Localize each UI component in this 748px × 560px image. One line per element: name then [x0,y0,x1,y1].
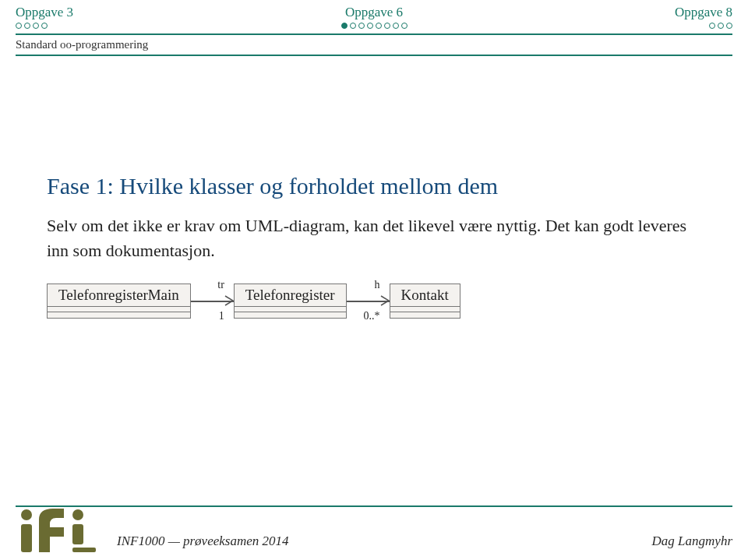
nav-oppgave-6: Oppgave 6 [341,5,408,29]
uml-attr-section [390,307,460,312]
nav-oppgave-3: Oppgave 3 [16,5,73,29]
uml-class-telefonregister: Telefonregister [234,284,347,319]
uml-association-1: tr 1 [191,291,234,310]
progress-dot-icon [376,23,382,29]
footer-rule [16,505,732,507]
ifi-logo-icon [16,509,101,555]
progress-dot-icon [726,23,732,29]
progress-dot-icon [350,23,356,29]
uml-attr-section [48,307,190,312]
assoc-multiplicity: 0..* [364,310,380,322]
assoc-role: h [375,279,380,291]
progress-dot-icon [41,23,48,29]
slide-content: Fase 1: Hvilke klasser og forholdet mell… [0,56,748,319]
slide-footer: INF1000 — prøveeksamen 2014 Dag Langmyhr [0,505,748,560]
uml-op-section [48,312,190,318]
svg-rect-3 [72,524,83,544]
uml-class-name: Kontakt [390,284,460,307]
progress-dot-icon [401,23,408,29]
footer-text: INF1000 — prøveeksamen 2014 Dag Langmyhr [117,534,732,549]
uml-op-section [390,312,460,318]
progress-dot-icon [393,23,399,29]
slide-header: Oppgave 3 Oppgave 6 Oppgave 8 [0,0,748,29]
progress-dot-icon [367,23,373,29]
nav-oppgave-8: Oppgave 8 [675,5,732,29]
uml-attr-section [235,307,346,312]
progress-dot-icon [709,23,715,29]
assoc-multiplicity: 1 [219,310,224,322]
uml-class-telefonregistermain: TelefonregisterMain [47,284,191,319]
assoc-arrow-icon [380,295,390,306]
footer-left: INF1000 — prøveeksamen 2014 [117,534,289,549]
nav-row: Oppgave 3 Oppgave 6 Oppgave 8 [16,5,732,29]
progress-dot-icon [24,23,30,29]
progress-dots-left [16,23,73,29]
svg-point-2 [72,509,83,520]
svg-point-0 [21,509,32,520]
progress-dots-right [675,23,732,29]
assoc-role: tr [217,279,224,291]
progress-dot-icon [384,23,390,29]
uml-class-name: Telefonregister [235,284,346,307]
uml-class-kontakt: Kontakt [390,284,460,319]
progress-dot-icon [16,23,22,29]
svg-rect-4 [72,548,96,552]
uml-association-2: h 0..* [347,291,390,310]
progress-dot-icon [718,23,724,29]
svg-rect-1 [21,524,32,552]
uml-diagram: TelefonregisterMain tr 1 Telefonregister… [47,284,701,319]
nav-label: Oppgave 3 [16,5,73,20]
assoc-arrow-icon [224,295,234,306]
progress-dot-icon [358,23,365,29]
nav-label: Oppgave 8 [675,5,732,20]
footer-right: Dag Langmyhr [652,534,732,549]
progress-dot-icon [341,23,348,29]
uml-op-section [235,312,346,318]
progress-dots-center [341,23,408,29]
nav-label: Oppgave 6 [341,5,408,20]
progress-dot-icon [33,23,39,29]
uml-class-name: TelefonregisterMain [48,284,190,307]
slide-body: Selv om det ikke er krav om UML-diagram,… [47,213,701,263]
slide-title: Fase 1: Hvilke klasser og forholdet mell… [47,173,701,199]
section-subheading: Standard oo-programmering [0,35,748,51]
